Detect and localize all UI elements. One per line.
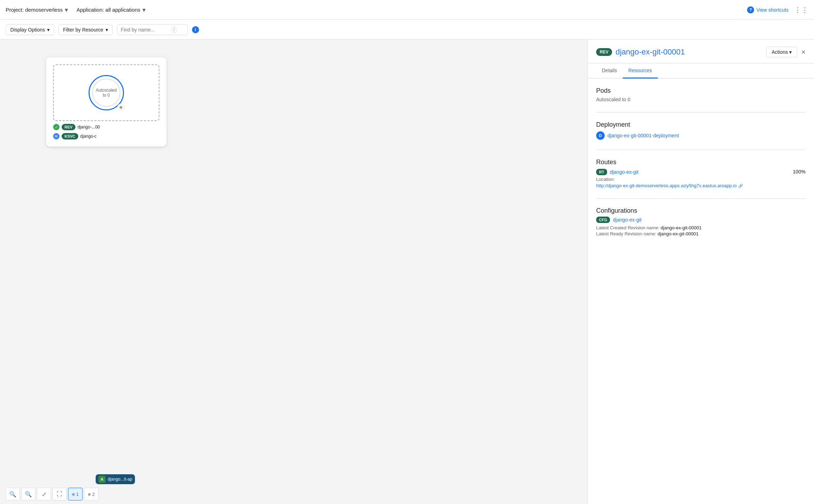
panel-rev-badge: REV	[596, 48, 612, 56]
node-count-2-icon: ⎈	[88, 491, 91, 497]
routes-section: Routes RT django-ex-git 100% Location: h…	[596, 159, 805, 188]
expand-icon: ⛶	[57, 491, 62, 497]
node-count-2-label: 2	[92, 492, 95, 497]
a-badge-icon: A	[98, 476, 106, 483]
top-bar-right: ? View shortcuts ⋮⋮	[747, 6, 808, 14]
deployment-title: Deployment	[596, 121, 805, 128]
route-name[interactable]: django-ex-git	[610, 169, 639, 175]
display-options-label: Display Options	[10, 27, 45, 33]
configurations-title: Configurations	[596, 207, 805, 214]
expand-button[interactable]: ⛶	[52, 488, 67, 500]
actions-chevron-icon: ▾	[789, 49, 792, 55]
filter-by-resource-label: Filter by Resource	[63, 27, 103, 33]
app-chevron-icon: ▾	[142, 6, 146, 14]
pods-subtitle: Autoscaled to 0	[596, 97, 805, 102]
app-selector[interactable]: Application: all applications ▾	[77, 6, 146, 14]
fit-button[interactable]: ⤢	[37, 488, 51, 500]
rt-badge-icon: RT	[596, 169, 607, 175]
top-bar: Project: demoserverless ▾ Application: a…	[0, 0, 814, 20]
latest-created-detail: Latest Created Revision name: django-ex-…	[596, 225, 805, 230]
rev-chip-label: REV	[64, 125, 73, 129]
cfg-link[interactable]: django-ex-git	[613, 217, 641, 223]
actions-label: Actions	[771, 49, 788, 55]
help-icon: ?	[747, 6, 754, 13]
filter-by-resource-button[interactable]: Filter by Resource ▾	[58, 24, 113, 35]
circle-node: Autoscaledto 0 ⚙	[89, 75, 124, 110]
node-count-1-label: 1	[76, 492, 79, 497]
toolbar: Display Options ▾ Filter by Resource ▾ /…	[0, 20, 814, 40]
deployment-section: Deployment D django-ex-git-00001-deploym…	[596, 121, 805, 140]
close-icon: ×	[801, 48, 805, 56]
circle-inner: Autoscaledto 0	[92, 79, 120, 107]
route-left: RT django-ex-git	[596, 169, 639, 175]
route-percent: 100%	[793, 169, 805, 174]
rev-chip: REV	[62, 124, 75, 130]
autoscaled-label: Autoscaledto 0	[96, 88, 117, 98]
external-link-icon: 🔗	[738, 184, 743, 188]
panel-header: REV django-ex-git-00001 Actions ▾ ×	[588, 40, 814, 63]
display-options-button[interactable]: Display Options ▾	[6, 24, 54, 35]
route-url-link[interactable]: http://django-ex-git-demoserverless.apps…	[596, 183, 737, 188]
zoom-out-button[interactable]: 🔍	[21, 488, 35, 500]
canvas-area[interactable]: Autoscaledto 0 ⚙ ✓ REV django-...00 K KS…	[0, 40, 587, 504]
cfg-row: CFG django-ex-git	[596, 217, 805, 223]
pods-title: Pods	[596, 87, 805, 94]
panel-title: django-ex-git-00001	[616, 47, 685, 57]
panel-header-actions: Actions ▾ ×	[766, 47, 805, 57]
latest-ready-detail: Latest Ready Revision name: django-ex-gi…	[596, 231, 805, 236]
latest-ready-label: Latest Ready Revision name:	[596, 231, 656, 236]
divider-3	[596, 198, 805, 199]
check-icon: ✓	[53, 124, 60, 130]
rev-node-name: django-...00	[78, 125, 100, 130]
gear-icon: ⚙	[117, 104, 124, 111]
latest-created-value: django-ex-git-00001	[661, 225, 702, 230]
route-row: RT django-ex-git 100%	[596, 169, 805, 175]
app-label: Application: all applications	[77, 7, 140, 13]
search-bar: /	[117, 24, 188, 35]
fit-icon: ⤢	[42, 491, 46, 498]
top-bar-left: Project: demoserverless ▾ Application: a…	[6, 6, 146, 14]
node-count-1-icon: ⎈	[72, 491, 75, 497]
tab-details[interactable]: Details	[596, 63, 623, 79]
grid-menu-icon[interactable]: ⋮⋮	[794, 6, 808, 14]
bottom-toolbar: 🔍 🔍 ⤢ ⛶ ⎈ 1 ⎈ 2	[0, 484, 104, 504]
canvas-card: Autoscaledto 0 ⚙ ✓ REV django-...00 K KS…	[46, 57, 166, 147]
project-selector[interactable]: Project: demoserverless ▾	[6, 6, 68, 14]
d-badge-icon: D	[596, 131, 605, 140]
search-input[interactable]	[121, 27, 170, 33]
view-shortcuts-link[interactable]: ? View shortcuts	[747, 6, 788, 13]
info-icon[interactable]: i	[192, 26, 199, 33]
pods-section: Pods Autoscaled to 0	[596, 87, 805, 102]
route-location: Location:	[596, 177, 805, 182]
tab-resources[interactable]: Resources	[623, 63, 658, 79]
close-button[interactable]: ×	[801, 48, 805, 56]
latest-ready-value: django-ex-git-00001	[657, 231, 699, 236]
routes-title: Routes	[596, 159, 805, 166]
ksvc-node-row: K KSVC django-c	[53, 133, 159, 139]
k-badge-icon: K	[53, 133, 60, 139]
deployment-item: D django-ex-git-00001-deployment	[596, 131, 805, 140]
display-options-chevron-icon: ▾	[47, 27, 50, 33]
actions-button[interactable]: Actions ▾	[766, 47, 797, 57]
deployment-link[interactable]: django-ex-git-00001-deployment	[607, 133, 679, 138]
detail-panel: REV django-ex-git-00001 Actions ▾ × Deta…	[587, 40, 814, 504]
zoom-in-button[interactable]: 🔍	[6, 488, 20, 500]
project-label: Project: demoserverless	[6, 7, 63, 13]
panel-title-row: REV django-ex-git-00001	[596, 47, 685, 57]
ksvc-node-name: django-c	[80, 134, 97, 139]
ksvc-chip: KSVC	[62, 133, 78, 139]
ksvc-chip-label: KSVC	[64, 134, 75, 138]
view-shortcuts-label: View shortcuts	[756, 7, 788, 13]
app-node-row: A django...it-ap	[96, 474, 135, 484]
cfg-badge-icon: CFG	[596, 217, 610, 223]
main-content: Autoscaledto 0 ⚙ ✓ REV django-...00 K KS…	[0, 40, 814, 504]
filter-chevron-icon: ▾	[106, 27, 108, 33]
location-label: Location:	[596, 177, 615, 182]
node-count-1-button[interactable]: ⎈ 1	[68, 488, 83, 500]
dashed-box: Autoscaledto 0 ⚙	[53, 64, 159, 121]
tabs: Details Resources	[588, 63, 814, 79]
node-count-2-button[interactable]: ⎈ 2	[84, 488, 98, 500]
search-slash: /	[172, 27, 176, 33]
configurations-section: Configurations CFG django-ex-git Latest …	[596, 207, 805, 236]
divider-1	[596, 112, 805, 113]
